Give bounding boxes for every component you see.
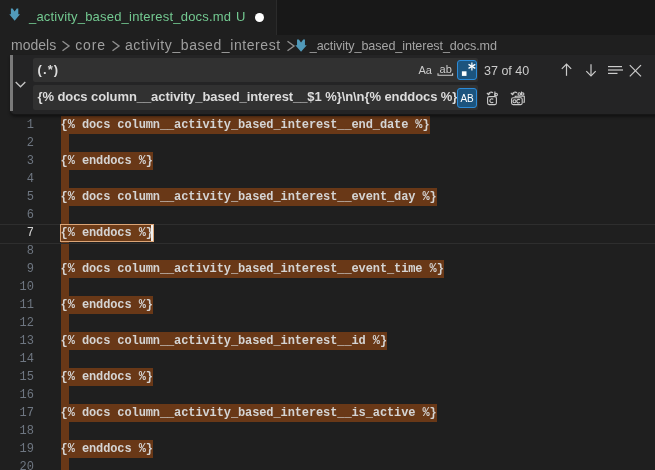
svg-text:ab: ab [439, 63, 451, 75]
svg-text:AB: AB [460, 92, 474, 103]
